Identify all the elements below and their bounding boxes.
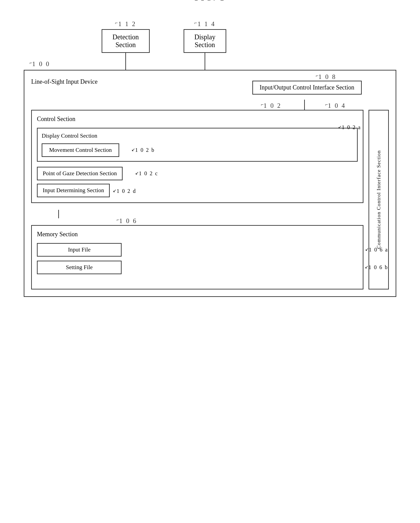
- io-control-box: Input/Output Control Interface Section: [252, 81, 362, 95]
- display-section-box: DisplaySection: [184, 29, 226, 53]
- ref-102d: 1 0 2 d: [117, 188, 136, 194]
- detection-section-label: DetectionSection: [112, 33, 139, 48]
- ref-102a: 1 0 2 a: [342, 124, 361, 130]
- ref-114: 1 1 4: [197, 20, 215, 28]
- input-determining-box: Input Determining Section: [37, 184, 110, 197]
- input-file-label: Input File: [68, 246, 91, 253]
- ref-100: 1 0 0: [32, 60, 50, 68]
- gaze-detection-label: Point of Gaze Detection Section: [43, 170, 117, 177]
- display-section-label: DisplaySection: [194, 33, 215, 48]
- ref-102c: 1 0 2 c: [139, 170, 158, 177]
- input-file-box: Input File: [37, 243, 122, 257]
- display-control-label: Display Control Section: [42, 133, 353, 139]
- movement-control-box: Movement Control Section: [42, 143, 119, 157]
- ref-104: 1 0 4: [328, 102, 346, 109]
- detection-section-box: DetectionSection: [102, 29, 150, 53]
- comm-section-label: Communication Control Interface Section: [376, 150, 382, 249]
- setting-file-label: Setting File: [66, 264, 93, 270]
- io-control-label: Input/Output Control Interface Section: [260, 84, 354, 91]
- ref-102b: 1 0 2 b: [135, 147, 155, 153]
- ref-112: 1 1 2: [118, 20, 136, 28]
- ref-108: 1 0 8: [318, 73, 336, 81]
- control-section-label: Control Section: [37, 116, 358, 123]
- movement-control-label: Movement Control Section: [49, 147, 112, 153]
- ref-106: 1 0 6: [119, 217, 137, 225]
- gaze-detection-box: Point of Gaze Detection Section: [37, 167, 123, 180]
- ref-102: 1 0 2: [264, 102, 281, 109]
- fig-caption: FIG. 1: [195, 0, 226, 2]
- input-determining-label: Input Determining Section: [43, 187, 104, 194]
- setting-file-box: Setting File: [37, 261, 122, 274]
- memory-section-label: Memory Section: [37, 231, 358, 238]
- comm-section: Communication Control Interface Section: [369, 110, 389, 289]
- ref-106b: 1 0 6 b: [369, 264, 388, 270]
